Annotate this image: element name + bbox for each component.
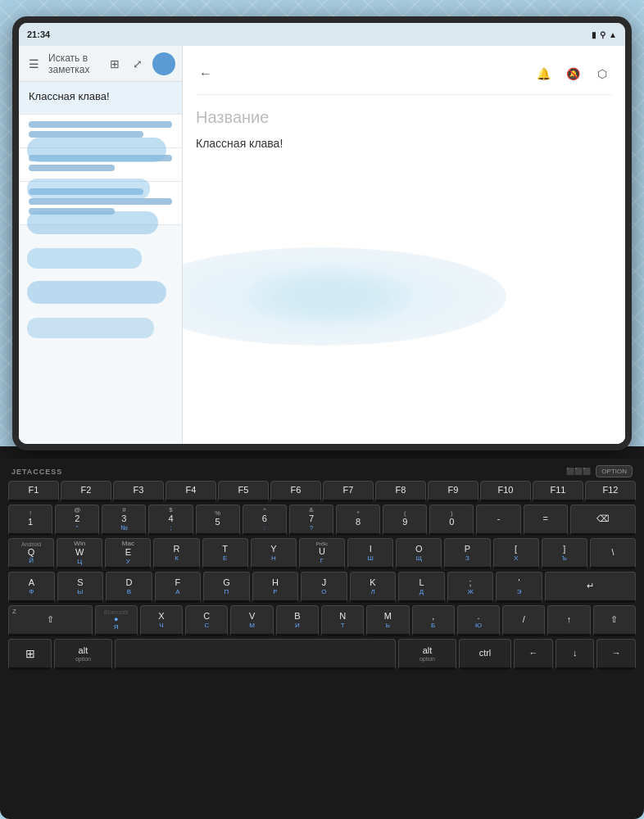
- key-backslash[interactable]: \: [590, 538, 636, 569]
- fn-key-row: F1 F2 F3 F4 F5 F6 F7 F8 F9 F10 F11 F12: [8, 481, 636, 502]
- key-b[interactable]: BИ: [276, 605, 319, 636]
- key-2[interactable]: @2": [55, 505, 99, 536]
- status-icons: ▮ ⚲ ▲: [592, 30, 617, 39]
- brand-name: JETACCESS: [11, 468, 62, 476]
- note-content-text[interactable]: Классная клава!: [196, 137, 612, 150]
- share-icon[interactable]: ⬡: [592, 64, 612, 84]
- key-h[interactable]: HР: [252, 572, 299, 603]
- note-title: Классная клава!: [29, 90, 172, 102]
- key-0[interactable]: )0: [429, 505, 474, 536]
- key-equals[interactable]: =: [524, 505, 568, 536]
- key-r[interactable]: RК: [153, 538, 199, 569]
- key-down[interactable]: ↓: [556, 639, 595, 670]
- key-f[interactable]: FА: [155, 572, 202, 603]
- hamburger-icon[interactable]: ☰: [25, 56, 42, 72]
- key-9[interactable]: (9: [383, 505, 427, 536]
- key-f10[interactable]: F10: [480, 481, 531, 502]
- note-item[interactable]: [19, 182, 182, 225]
- key-shift-l[interactable]: Z⇧: [8, 605, 93, 636]
- key-bracket-l[interactable]: [Х: [493, 538, 539, 569]
- note-preview-bar: [29, 188, 143, 195]
- key-win[interactable]: ⊞: [8, 639, 52, 670]
- key-v[interactable]: VМ: [230, 605, 273, 636]
- back-arrow-icon[interactable]: ←: [196, 64, 215, 84]
- key-f1[interactable]: F1: [8, 481, 59, 502]
- key-q[interactable]: AndroidQЙ: [8, 538, 54, 569]
- key-f9[interactable]: F9: [428, 481, 478, 502]
- key-w[interactable]: WinWЦ: [57, 538, 102, 569]
- key-enter[interactable]: ↵: [545, 572, 636, 603]
- key-f6[interactable]: F6: [270, 481, 321, 502]
- key-m[interactable]: MЬ: [366, 605, 409, 636]
- key-g[interactable]: GП: [203, 572, 250, 603]
- key-quote[interactable]: 'Э: [496, 572, 542, 603]
- key-e[interactable]: MacEУ: [105, 538, 151, 569]
- key-u[interactable]: PrtScUГ: [299, 538, 345, 569]
- key-comma[interactable]: ,Б: [412, 605, 455, 636]
- key-shift-r[interactable]: ⇧: [593, 605, 636, 636]
- key-backspace[interactable]: ⌫: [570, 505, 636, 536]
- status-bar: 21:34 ▮ ⚲ ▲: [19, 23, 625, 46]
- note-item[interactable]: [19, 148, 182, 182]
- key-i[interactable]: IШ: [347, 538, 393, 569]
- key-4[interactable]: $4;: [148, 505, 193, 536]
- key-8[interactable]: *8: [336, 505, 380, 536]
- key-a[interactable]: AФ: [8, 572, 55, 603]
- key-ctrl-right[interactable]: ctrl: [459, 639, 512, 670]
- note-item[interactable]: [19, 115, 182, 148]
- key-bracket-r[interactable]: ]Ъ: [542, 538, 587, 569]
- battery-icon: ▮: [592, 30, 596, 39]
- keyboard-brand-row: JETACCESS ⬛⬛⬛ OPTION: [8, 465, 636, 477]
- grid-icon[interactable]: ⊞: [107, 56, 123, 72]
- key-p[interactable]: PЗ: [444, 538, 490, 569]
- key-f8[interactable]: F8: [375, 481, 426, 502]
- key-6[interactable]: ^6:: [243, 505, 287, 536]
- key-f3[interactable]: F3: [113, 481, 164, 502]
- key-s[interactable]: SЫ: [57, 572, 104, 603]
- key-space[interactable]: [115, 639, 397, 670]
- key-up[interactable]: ↑: [547, 605, 590, 636]
- key-n[interactable]: NТ: [321, 605, 364, 636]
- key-y[interactable]: YН: [251, 538, 297, 569]
- key-t[interactable]: TЕ: [202, 538, 248, 569]
- key-1[interactable]: !1: [8, 505, 52, 536]
- key-5[interactable]: %5: [196, 505, 240, 536]
- signal-icon: ▲: [609, 30, 617, 39]
- key-slash[interactable]: /: [502, 605, 545, 636]
- key-c[interactable]: CС: [185, 605, 228, 636]
- key-f5[interactable]: F5: [218, 481, 269, 502]
- key-l[interactable]: LД: [398, 572, 445, 603]
- note-preview-bar: [29, 198, 172, 205]
- key-f12[interactable]: F12: [585, 481, 636, 502]
- key-3[interactable]: #3№: [102, 505, 146, 536]
- tablet-device: 21:34 ▮ ⚲ ▲ ☰ Искать в заметках ⊞ ⤢: [12, 16, 632, 450]
- key-f4[interactable]: F4: [166, 481, 216, 502]
- key-j[interactable]: JО: [301, 572, 347, 603]
- expand-icon[interactable]: ⤢: [129, 56, 146, 72]
- key-alt-left[interactable]: alt option: [54, 639, 111, 670]
- key-alt-right[interactable]: alt option: [398, 639, 456, 670]
- key-right[interactable]: →: [596, 639, 636, 670]
- key-d[interactable]: DВ: [106, 572, 152, 603]
- note-item[interactable]: Классная клава!: [19, 82, 182, 115]
- key-minus[interactable]: -: [476, 505, 520, 536]
- search-text[interactable]: Искать в заметках: [48, 52, 100, 75]
- key-f11[interactable]: F11: [533, 481, 583, 502]
- key-k[interactable]: KЛ: [350, 572, 397, 603]
- key-f2[interactable]: F2: [61, 481, 111, 502]
- avatar[interactable]: [152, 52, 175, 75]
- key-period[interactable]: .Ю: [457, 605, 500, 636]
- key-z[interactable]: Bluetooth●Я: [95, 605, 138, 636]
- asdf-key-row: AФ SЫ DВ FА GП HР JО KЛ LД ;Ж 'Э ↵: [8, 572, 636, 603]
- key-left[interactable]: ←: [514, 639, 553, 670]
- key-f7[interactable]: F7: [323, 481, 374, 502]
- bell-outline-icon[interactable]: 🔔: [533, 64, 553, 84]
- key-x[interactable]: XЧ: [140, 605, 183, 636]
- key-o[interactable]: OЩ: [396, 538, 442, 569]
- bell-icon[interactable]: 🔕: [563, 64, 583, 84]
- zxcv-key-row: Z⇧ Bluetooth●Я XЧ CС VМ BИ NТ MЬ ,Б .Ю /…: [8, 605, 636, 636]
- option-button[interactable]: OPTION: [596, 465, 633, 477]
- key-7[interactable]: &7?: [289, 505, 333, 536]
- keyboard: JETACCESS ⬛⬛⬛ OPTION F1 F2 F3 F4 F5 F6 F…: [0, 459, 644, 819]
- key-semicolon[interactable]: ;Ж: [447, 572, 494, 603]
